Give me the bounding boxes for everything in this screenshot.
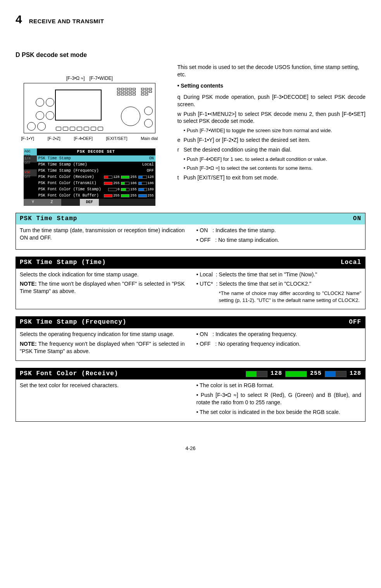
setting-card-timestamp: PSK Time Stamp ON Turn the time stamp (d… bbox=[16, 213, 365, 250]
knob bbox=[46, 98, 54, 107]
step-num-1: q bbox=[177, 93, 183, 101]
knob bbox=[27, 122, 36, 131]
keypad bbox=[117, 88, 136, 95]
chapter-header: 4 RECEIVE AND TRANSMIT bbox=[16, 12, 365, 28]
step-num-3: e bbox=[177, 136, 183, 144]
diagram-label-f3: [F-3•Ω ≈] bbox=[66, 75, 85, 81]
side-indicators: AGCMID 1/4OFF VSCOFF bbox=[24, 148, 37, 199]
diamond-icon: D bbox=[16, 52, 20, 58]
knob bbox=[37, 122, 46, 131]
set-row: PSK Time Stamp (Frequency)OFF bbox=[37, 168, 155, 174]
diagram-label-f7: [F-7•WIDE] bbox=[90, 75, 113, 81]
setting-value: OFF bbox=[349, 318, 361, 327]
radio-screen bbox=[55, 90, 102, 121]
setting-value: Local bbox=[341, 259, 361, 267]
set-row: PSK Time StampON bbox=[37, 155, 155, 162]
diagram-label-maindail: Main dial bbox=[141, 136, 158, 141]
chapter-title: RECEIVE AND TRANSMIT bbox=[29, 17, 104, 25]
page-number: 4-26 bbox=[16, 445, 365, 452]
setting-bar: PSK Time Stamp (Frequency) OFF bbox=[16, 317, 365, 328]
setting-card-time: PSK Time Stamp (Time) Local Selects the … bbox=[16, 257, 365, 309]
keypad bbox=[141, 88, 153, 95]
set-row: PSK Font Color (Receive)128255128 bbox=[37, 174, 155, 180]
setting-value: ON bbox=[353, 215, 361, 223]
setting-value: 128 255 128 bbox=[246, 370, 361, 378]
diagram-label-f4: [F-4•DEF] bbox=[74, 136, 92, 141]
setting-card-frequency: PSK Time Stamp (Frequency) OFF Selects t… bbox=[16, 316, 365, 360]
set-row: PSK Font Color (Transmit)255106106 bbox=[37, 180, 155, 186]
set-row: PSK Time Stamp (Time)Local bbox=[37, 162, 155, 168]
set-row: PSK Font Color (TX Buffer)255255255 bbox=[37, 193, 155, 199]
knob bbox=[144, 119, 153, 128]
setting-name: PSK Time Stamp (Time) bbox=[20, 259, 106, 267]
setting-name: PSK Time Stamp (Frequency) bbox=[20, 318, 127, 327]
radio-outline bbox=[24, 83, 155, 133]
footer-def: DEF bbox=[80, 199, 99, 206]
step-num-4: r bbox=[177, 146, 183, 153]
f-button-row bbox=[56, 127, 103, 131]
knob bbox=[36, 98, 44, 107]
setting-bar: PSK Font Color (Receive) 128 255 128 bbox=[16, 368, 365, 380]
chapter-number: 4 bbox=[16, 12, 22, 28]
step-num-2: w bbox=[177, 110, 183, 118]
intro-text: This set mode is used to set the decode … bbox=[177, 64, 365, 206]
set-row: PSK Font Color (Time Stamp)0155189 bbox=[37, 186, 155, 193]
diagram-label-f2: [F-2•Z] bbox=[48, 136, 60, 141]
diagram-label-f1: [F-1•Y] bbox=[21, 136, 34, 141]
section-heading: D PSK decode set mode bbox=[16, 51, 365, 59]
set-footer: Y Z DEF bbox=[24, 199, 155, 206]
psk-decode-set-screenshot: AGCMID 1/4OFF VSCOFF PSK DECODE SET PSK … bbox=[24, 148, 155, 206]
knob bbox=[144, 107, 153, 115]
set-title: PSK DECODE SET bbox=[37, 148, 155, 155]
setting-name: PSK Font Color (Receive) bbox=[20, 370, 118, 378]
setting-bar: PSK Time Stamp (Time) Local bbox=[16, 257, 365, 269]
footer-up-icon: Y bbox=[24, 199, 43, 206]
footer-down-icon: Z bbox=[42, 199, 61, 206]
diagram-label-exit: [EXIT/SET] bbox=[106, 136, 128, 141]
setting-name: PSK Time Stamp bbox=[20, 215, 77, 223]
main-dial-icon bbox=[121, 107, 140, 126]
radio-diagram: [F-3•Ω ≈] [F-7•WIDE] bbox=[16, 75, 163, 141]
step-num-5: t bbox=[177, 174, 183, 181]
setting-bar: PSK Time Stamp ON bbox=[16, 213, 365, 225]
knob bbox=[36, 111, 44, 120]
knob bbox=[46, 111, 54, 120]
setting-card-fontcolor: PSK Font Color (Receive) 128 255 128 Set… bbox=[16, 368, 365, 422]
section-title: PSK decode set mode bbox=[22, 52, 87, 58]
